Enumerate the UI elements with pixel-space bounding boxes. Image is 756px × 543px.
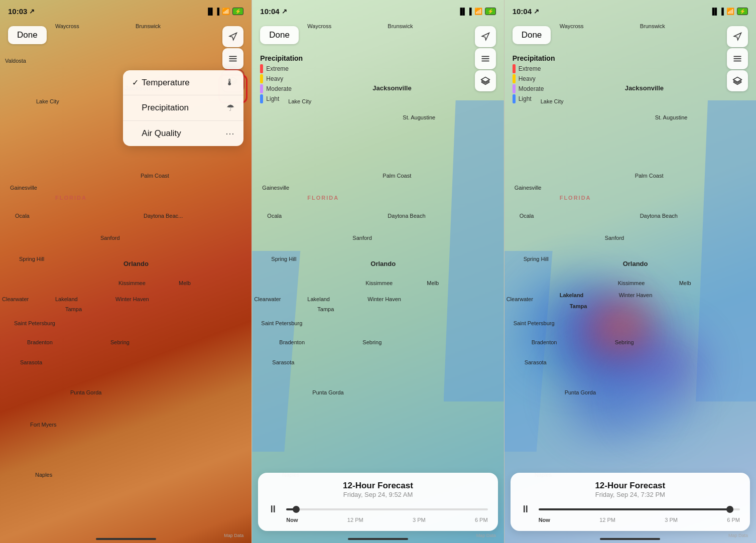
forecast-subtitle-3: Friday, Sep 24, 7:32 PM	[521, 491, 740, 498]
legend-title-air: Precipitation	[513, 54, 555, 62]
legend-item-extreme: Extreme	[260, 64, 303, 73]
status-bar-2: 10:04 ↗ ▐▌▐ 📶 ⚡	[252, 0, 503, 22]
p3-legend-item-extreme: Extreme	[513, 64, 555, 73]
forecast-title-3: 12-Hour Forecast	[521, 481, 740, 491]
legend-label-extreme: Extreme	[266, 65, 289, 72]
list-button-1[interactable]	[222, 48, 243, 69]
status-time-3: 10:04 ↗	[513, 7, 539, 16]
status-time-1: 10:03 ↗	[8, 7, 35, 16]
p3-legend-item-heavy: Heavy	[513, 74, 555, 83]
dropdown-item-precipitation[interactable]: ✓ Precipitation ☂	[123, 95, 243, 121]
location-arrow-1: ↗	[29, 8, 35, 15]
layers-button-2[interactable]	[475, 70, 496, 91]
p3-legend-color-light	[513, 94, 516, 103]
legend-label-heavy: Heavy	[266, 75, 283, 82]
p3-legend-item-moderate: Moderate	[513, 84, 555, 93]
panel-temperature: Waycross Brunswick Valdosta Jacksonville…	[0, 0, 251, 543]
p3-legend-color-moderate	[513, 84, 516, 93]
layer-dropdown: ✓ Temperature 🌡 ✓ Precipitation ☂ ✓ Air …	[123, 70, 243, 146]
p3-legend-label-heavy: Heavy	[519, 75, 536, 82]
forecast-title-2: 12-Hour Forecast	[268, 481, 487, 491]
location-button-1[interactable]	[222, 26, 243, 47]
status-time-2: 10:04 ↗	[260, 7, 287, 16]
play-pause-button-3[interactable]: ⏸	[521, 503, 531, 515]
forecast-panel-3: 12-Hour Forecast Friday, Sep 24, 7:32 PM…	[511, 473, 750, 531]
svg-marker-10	[734, 33, 741, 40]
home-indicator-3[interactable]	[600, 538, 660, 540]
map-data-label-3: Map Data	[728, 533, 748, 538]
svg-marker-0	[230, 33, 237, 40]
legend-precipitation: Precipitation Extreme Heavy Moderate Lig…	[260, 54, 303, 104]
timeline-track-2[interactable]	[286, 508, 487, 510]
play-pause-button-2[interactable]: ⏸	[268, 503, 278, 515]
legend-color-extreme	[260, 64, 263, 73]
legend-item-heavy: Heavy	[260, 74, 303, 83]
legend-label-moderate: Moderate	[266, 85, 292, 92]
map-data-label-1: Map Data	[224, 533, 243, 538]
forecast-panel-2: 12-Hour Forecast Friday, Sep 24, 9:52 AM…	[258, 473, 497, 531]
legend-color-heavy	[260, 74, 263, 83]
air-quality-icon: ⋯	[225, 128, 234, 139]
timeline-track-3[interactable]	[539, 508, 740, 510]
location-button-2[interactable]	[475, 26, 496, 47]
p3-legend-label-extreme: Extreme	[519, 65, 541, 72]
p3-legend-item-light: Light	[513, 94, 555, 103]
panel-precipitation: Waycross Brunswick Jacksonville Lake Cit…	[252, 0, 503, 543]
list-button-3[interactable]	[727, 48, 748, 69]
svg-marker-5	[482, 33, 489, 40]
legend-title-precipitation: Precipitation	[260, 54, 303, 62]
map-controls-3	[727, 26, 748, 91]
status-bar-1: 10:03 ↗ ▐▌▐ 📶 ⚡	[0, 0, 251, 22]
panel-air-quality: Waycross Brunswick Jacksonville Lake Cit…	[505, 0, 756, 543]
home-indicator-1[interactable]	[96, 538, 156, 540]
forecast-subtitle-2: Friday, Sep 24, 9:52 AM	[268, 491, 487, 498]
p3-legend-label-moderate: Moderate	[519, 85, 544, 92]
legend-item-moderate: Moderate	[260, 84, 303, 93]
legend-item-light: Light	[260, 94, 303, 103]
map-data-label-2: Map Data	[476, 533, 496, 538]
timeline-labels-2: Now 12 PM 3 PM 6 PM	[268, 517, 487, 523]
check-icon-temperature: ✓	[132, 78, 139, 87]
timeline-row-2: ⏸	[268, 503, 487, 515]
done-button-2[interactable]: Done	[260, 26, 299, 44]
done-button-3[interactable]: Done	[513, 26, 551, 44]
p3-legend-label-light: Light	[519, 95, 532, 102]
dropdown-item-temperature[interactable]: ✓ Temperature 🌡	[123, 70, 243, 95]
timeline-labels-3: Now 12 PM 3 PM 6 PM	[521, 517, 740, 523]
p3-legend-color-heavy	[513, 74, 516, 83]
status-icons-2: ▐▌▐ 📶 ⚡	[458, 8, 496, 15]
p3-legend-color-extreme	[513, 64, 516, 73]
status-bar-3: 10:04 ↗ ▐▌▐ 📶 ⚡	[505, 0, 756, 22]
timeline-knob-3[interactable]	[726, 506, 733, 513]
heatblob-blue-3	[615, 366, 695, 437]
legend-color-light	[260, 94, 263, 103]
thermometer-icon: 🌡	[225, 77, 234, 88]
timeline-progress-3	[539, 508, 730, 510]
umbrella-icon: ☂	[226, 102, 234, 113]
dropdown-item-air-quality[interactable]: ✓ Air Quality ⋯	[123, 121, 243, 146]
done-button-1[interactable]: Done	[8, 26, 47, 44]
list-button-2[interactable]	[475, 48, 496, 69]
location-button-3[interactable]	[727, 26, 748, 47]
legend-color-moderate	[260, 84, 263, 93]
legend-label-light: Light	[266, 95, 279, 102]
timeline-row-3: ⏸	[521, 503, 740, 515]
legend-air-quality: Precipitation Extreme Heavy Moderate Lig…	[513, 54, 555, 104]
status-icons-3: ▐▌▐ 📶 ⚡	[710, 8, 748, 15]
layers-button-3[interactable]	[727, 70, 748, 91]
status-icons-1: ▐▌▐ 📶 ⚡	[206, 8, 244, 15]
timeline-knob-2[interactable]	[293, 506, 300, 513]
map-controls-2	[475, 26, 496, 91]
home-indicator-2[interactable]	[348, 538, 408, 540]
